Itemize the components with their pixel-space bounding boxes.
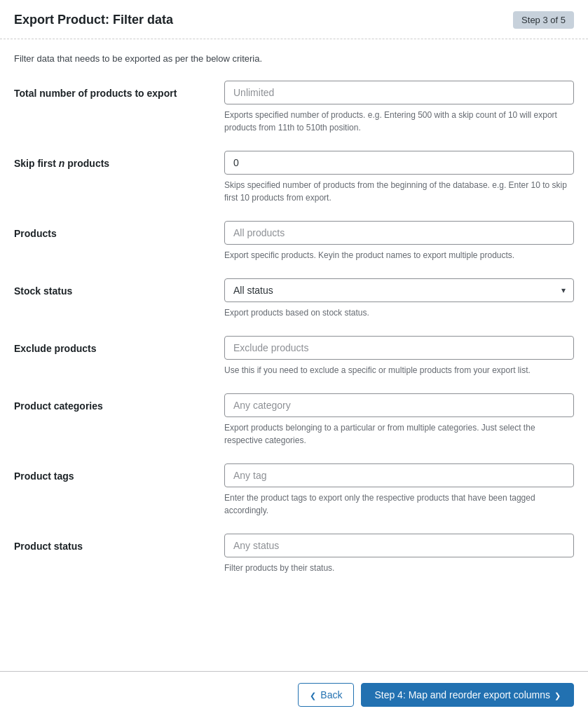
form-row-stock-status: Stock statusAll statusIn stockOut of sto… (14, 278, 574, 319)
input-products[interactable] (224, 221, 574, 245)
input-exclude-products[interactable] (224, 336, 574, 360)
field-group-product-tags: Enter the product tags to export only th… (224, 463, 574, 517)
form-rows: Total number of products to exportExport… (14, 81, 574, 574)
description-skip-products: Skips specified number of products from … (224, 179, 574, 204)
description-stock-status: Export products based on stock status. (224, 306, 574, 319)
description-product-status: Filter products by their status. (224, 562, 574, 574)
input-skip-products[interactable] (224, 151, 574, 175)
form-row-skip-products: Skip first n productsSkips specified num… (14, 151, 574, 204)
input-product-categories[interactable] (224, 393, 574, 417)
next-button[interactable]: Step 4: Map and reorder export columns (361, 683, 574, 707)
label-exclude-products: Exclude products (14, 336, 224, 354)
form-row-product-tags: Product tagsEnter the product tags to ex… (14, 463, 574, 517)
page-container: Export Product: Filter data Step 3 of 5 … (0, 0, 588, 718)
next-button-label: Step 4: Map and reorder export columns (374, 689, 550, 700)
input-product-status[interactable] (224, 534, 574, 557)
chevron-right-icon (554, 689, 561, 700)
field-group-exclude-products: Use this if you need to exclude a specif… (224, 336, 574, 377)
description-products: Export specific products. Keyin the prod… (224, 249, 574, 262)
description-product-tags: Enter the product tags to export only th… (224, 492, 574, 517)
back-button-label: Back (320, 689, 342, 700)
field-group-products: Export specific products. Keyin the prod… (224, 221, 574, 262)
field-group-skip-products: Skips specified number of products from … (224, 151, 574, 204)
select-wrapper-stock-status: All statusIn stockOut of stockOn backord… (224, 278, 574, 302)
label-product-status: Product status (14, 534, 224, 552)
label-product-categories: Product categories (14, 393, 224, 412)
step-badge: Step 3 of 5 (513, 11, 574, 29)
label-stock-status: Stock status (14, 278, 224, 297)
label-total-products: Total number of products to export (14, 81, 224, 99)
field-group-total-products: Exports specified number of products. e.… (224, 81, 574, 134)
input-product-tags[interactable] (224, 463, 574, 487)
back-button[interactable]: Back (298, 683, 354, 707)
form-row-exclude-products: Exclude productsUse this if you need to … (14, 336, 574, 377)
intro-text: Filter data that needs to be exported as… (14, 53, 574, 64)
select-stock-status[interactable]: All statusIn stockOut of stockOn backord… (224, 278, 574, 302)
form-row-products: ProductsExport specific products. Keyin … (14, 221, 574, 262)
form-row-product-categories: Product categoriesExport products belong… (14, 393, 574, 447)
description-exclude-products: Use this if you need to exclude a specif… (224, 364, 574, 377)
form-row-total-products: Total number of products to exportExport… (14, 81, 574, 134)
label-products: Products (14, 221, 224, 239)
form-row-product-status: Product statusFilter products by their s… (14, 534, 574, 574)
page-title: Export Product: Filter data (14, 13, 173, 27)
header: Export Product: Filter data Step 3 of 5 (0, 0, 588, 39)
description-product-categories: Export products belonging to a particula… (224, 421, 574, 447)
chevron-left-icon (310, 689, 316, 700)
footer: Back Step 4: Map and reorder export colu… (0, 671, 588, 718)
label-product-tags: Product tags (14, 463, 224, 482)
input-total-products[interactable] (224, 81, 574, 104)
content-area: Filter data that needs to be exported as… (0, 39, 588, 671)
description-total-products: Exports specified number of products. e.… (224, 109, 574, 134)
label-skip-products: Skip first n products (14, 151, 224, 169)
field-group-product-categories: Export products belonging to a particula… (224, 393, 574, 447)
field-group-stock-status: All statusIn stockOut of stockOn backord… (224, 278, 574, 319)
field-group-product-status: Filter products by their status. (224, 534, 574, 574)
